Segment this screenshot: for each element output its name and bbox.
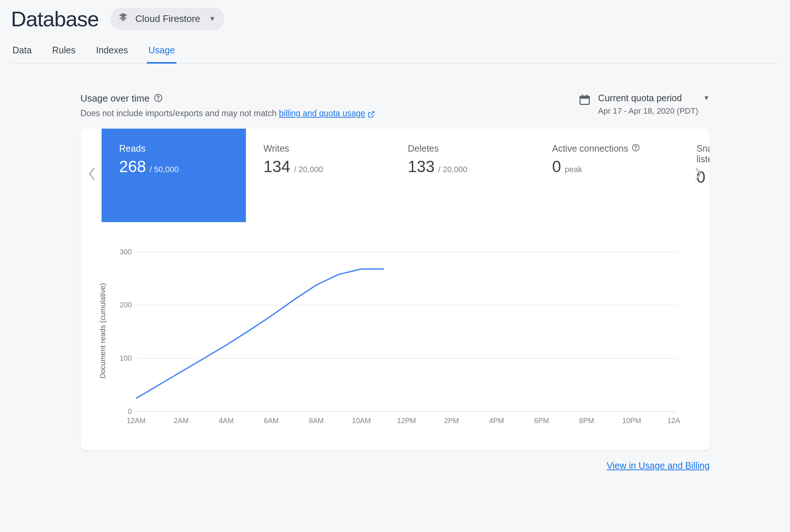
page-title: Database	[11, 7, 99, 31]
svg-point-1	[158, 99, 159, 100]
metric-suffix: peak	[709, 175, 710, 185]
svg-text:300: 300	[120, 248, 132, 256]
metric-label: Snapshot listeners	[696, 143, 710, 164]
period-label: Current quota period	[598, 93, 682, 103]
svg-text:10PM: 10PM	[622, 417, 641, 425]
tabs-bar: Data Rules Indexes Usage	[11, 41, 779, 64]
tab-usage[interactable]: Usage	[147, 41, 176, 64]
svg-text:4AM: 4AM	[219, 417, 234, 425]
database-selector-label: Cloud Firestore	[135, 13, 200, 24]
svg-text:12AM: 12AM	[667, 417, 680, 425]
section-subtitle: Does not include imports/exports and may…	[80, 109, 375, 118]
metric-card-active-connections[interactable]: Active connections0peak	[535, 129, 679, 222]
database-selector-dropdown[interactable]: Cloud Firestore ▼	[110, 8, 224, 30]
metric-value: 0	[552, 157, 561, 176]
svg-text:12AM: 12AM	[127, 417, 146, 425]
line-chart: 010020030012AM2AM4AM6AM8AM10AM12PM2PM4PM…	[114, 248, 680, 430]
tab-data[interactable]: Data	[11, 41, 33, 64]
svg-text:6AM: 6AM	[264, 417, 279, 425]
help-icon[interactable]	[632, 143, 640, 154]
chart-series-reads	[136, 269, 384, 398]
svg-text:8PM: 8PM	[579, 417, 594, 425]
period-range: Apr 17 - Apr 18, 2020 (PDT)	[598, 106, 710, 116]
metric-label: Deletes	[408, 143, 517, 154]
metric-limit: / 50,000	[149, 165, 179, 174]
chevron-left-icon[interactable]	[84, 164, 99, 187]
usage-card: Reads268/ 50,000Writes134/ 20,000Deletes…	[80, 129, 710, 450]
metric-value: 134	[263, 157, 290, 176]
svg-rect-5	[586, 95, 587, 97]
period-selector[interactable]: Current quota period ▼ Apr 17 - Apr 18, …	[578, 93, 710, 116]
svg-text:6PM: 6PM	[534, 417, 549, 425]
svg-point-7	[636, 149, 636, 149]
metric-limit: / 20,000	[294, 165, 323, 174]
chevron-down-icon: ▼	[703, 94, 710, 102]
svg-text:8AM: 8AM	[309, 417, 324, 425]
metric-label: Active connections	[552, 143, 661, 154]
chevron-right-icon[interactable]	[691, 164, 706, 187]
section-title: Usage over time	[80, 93, 149, 104]
billing-quota-link[interactable]: billing and quota usage	[279, 109, 365, 118]
metric-value: 133	[408, 157, 434, 176]
tab-indexes[interactable]: Indexes	[95, 41, 130, 64]
metric-card-writes[interactable]: Writes134/ 20,000	[246, 129, 390, 222]
metric-label: Reads	[119, 143, 228, 154]
calendar-icon	[578, 93, 591, 107]
svg-text:200: 200	[120, 301, 132, 309]
svg-text:2AM: 2AM	[174, 417, 189, 425]
tab-rules[interactable]: Rules	[51, 41, 77, 64]
svg-text:12PM: 12PM	[397, 417, 416, 425]
metric-value: 268	[119, 157, 146, 176]
external-link-icon	[365, 109, 375, 118]
metric-limit: / 20,000	[438, 165, 467, 174]
svg-rect-4	[582, 95, 583, 97]
chevron-down-icon: ▼	[209, 15, 216, 23]
metric-card-reads[interactable]: Reads268/ 50,000	[102, 129, 246, 222]
firestore-icon	[117, 12, 129, 26]
metric-suffix: peak	[565, 165, 582, 174]
svg-rect-3	[580, 96, 589, 99]
help-icon[interactable]	[154, 94, 163, 104]
svg-text:2PM: 2PM	[444, 417, 459, 425]
svg-text:10AM: 10AM	[352, 417, 371, 425]
metric-label: Writes	[263, 143, 373, 154]
svg-text:0: 0	[128, 407, 132, 415]
y-axis-label: Document reads (cumulative)	[99, 248, 107, 414]
metric-card-deletes[interactable]: Deletes133/ 20,000	[390, 129, 535, 222]
svg-text:100: 100	[120, 354, 132, 362]
view-usage-billing-link[interactable]: View in Usage and Billing	[607, 460, 710, 471]
svg-text:4PM: 4PM	[489, 417, 504, 425]
